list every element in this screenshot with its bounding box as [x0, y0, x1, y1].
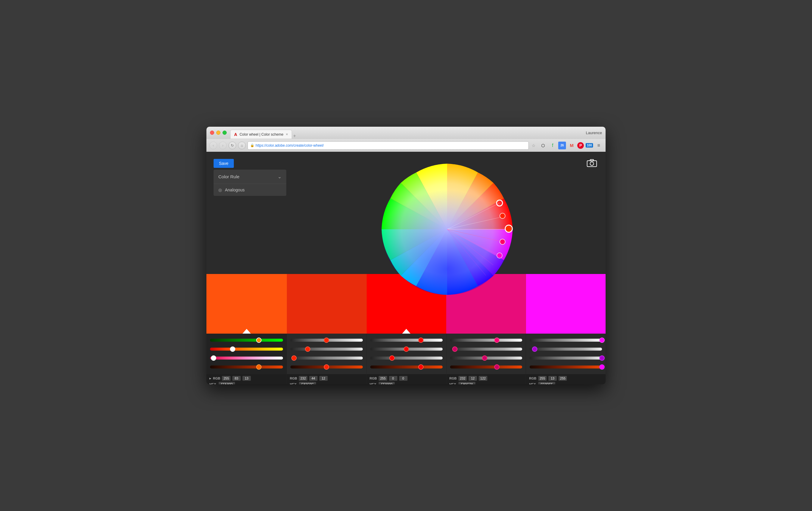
- brightness-slider-1[interactable]: [210, 363, 283, 371]
- color-wheel[interactable]: [379, 161, 516, 298]
- g-value-4[interactable]: 12: [469, 376, 477, 381]
- hex-label-4: HEX: [450, 382, 456, 384]
- r-slider-3[interactable]: [370, 336, 443, 344]
- hex-label-5: HEX: [529, 382, 536, 384]
- color-info: ▶ RGB 255 83 13 HEX FF530D RGB 2: [206, 374, 606, 384]
- b-value-4[interactable]: 122: [479, 376, 487, 381]
- title-bar: A Color wheel | Color scheme ✕ + Laurenc…: [206, 127, 606, 139]
- color-info-3: RGB 255 0 0 HEX FF0000: [367, 374, 446, 384]
- hex-value-3[interactable]: FF0000: [379, 382, 395, 384]
- address-bar[interactable]: 🔒 https://color.adobe.com/create/color-w…: [248, 141, 529, 150]
- chrome-menu-icon[interactable]: ≡: [595, 142, 603, 150]
- home-button[interactable]: ⌂: [238, 142, 246, 150]
- sliders-section: [206, 333, 606, 374]
- close-button[interactable]: [210, 131, 214, 135]
- browser-tab[interactable]: A Color wheel | Color scheme ✕: [230, 130, 292, 139]
- wheel-handle-4: [497, 253, 502, 258]
- b-value-5[interactable]: 255: [558, 376, 567, 381]
- svg-point-1: [590, 162, 594, 165]
- r-value-3[interactable]: 255: [379, 376, 387, 381]
- color-rule-header[interactable]: Color Rule ⌄: [213, 170, 286, 184]
- analogous-option[interactable]: ◎ Analogous: [213, 184, 286, 196]
- r-slider-5[interactable]: [530, 336, 602, 344]
- r-value-5[interactable]: 255: [538, 376, 547, 381]
- b-slider-1[interactable]: [210, 354, 283, 362]
- wheel-handle-3: [500, 239, 505, 244]
- r-value-4[interactable]: 232: [458, 376, 467, 381]
- rgb-label-4: RGB: [450, 377, 457, 380]
- new-tab-button[interactable]: +: [293, 133, 296, 139]
- camera-icon[interactable]: [586, 158, 597, 169]
- r-slider-4[interactable]: [450, 336, 522, 344]
- active-indicator: [242, 329, 251, 333]
- tab-close-icon[interactable]: ✕: [286, 133, 288, 136]
- b-value-3[interactable]: 0: [399, 376, 407, 381]
- rgb-label-2: RGB: [290, 377, 297, 380]
- color-column-5[interactable]: [526, 274, 606, 333]
- brightness-slider-5[interactable]: [530, 363, 602, 371]
- refresh-button[interactable]: ↻: [229, 142, 236, 150]
- maximize-button[interactable]: [223, 131, 227, 135]
- r-value-2[interactable]: 232: [299, 376, 307, 381]
- brightness-slider-3[interactable]: [370, 363, 443, 371]
- pinterest-icon[interactable]: P: [577, 142, 584, 149]
- expand-icon-1[interactable]: ▶: [209, 377, 211, 380]
- wheel-handle-1: [497, 200, 502, 206]
- color-info-2: RGB 232 44 12 HEX E82C0C: [287, 374, 367, 384]
- hex-label-2: HEX: [290, 382, 297, 384]
- brightness-slider-2[interactable]: [290, 363, 363, 371]
- g-slider-2[interactable]: [290, 345, 363, 353]
- gmail-icon[interactable]: M: [568, 142, 576, 150]
- hex-value-5[interactable]: FF0DFF: [538, 382, 555, 384]
- b-slider-2[interactable]: [290, 354, 363, 362]
- b-slider-5[interactable]: [530, 354, 602, 362]
- color-info-1: ▶ RGB 255 83 13 HEX FF530D: [206, 374, 287, 384]
- browser-toolbar: ‹ › ↻ ⌂ 🔒 https://color.adobe.com/create…: [206, 139, 606, 152]
- minimize-button[interactable]: [216, 131, 221, 135]
- brightness-slider-4[interactable]: [450, 363, 522, 371]
- radio-icon: ◎: [218, 188, 222, 192]
- color-column-2[interactable]: [287, 274, 367, 333]
- r-value-1[interactable]: 255: [222, 376, 230, 381]
- g-slider-5[interactable]: [530, 345, 602, 353]
- color-rule-title: Color Rule: [218, 174, 239, 179]
- hex-value-4[interactable]: E80C7A: [458, 382, 475, 384]
- traffic-lights: [210, 131, 227, 135]
- mac-window: A Color wheel | Color scheme ✕ + Laurenc…: [206, 127, 606, 384]
- b-slider-3[interactable]: [370, 354, 443, 362]
- hex-value-2[interactable]: E82C0C: [299, 382, 316, 384]
- r-slider-1[interactable]: [210, 336, 283, 344]
- rgb-label-3: RGB: [370, 377, 377, 380]
- slider-col-4: [446, 333, 526, 374]
- g-slider-1[interactable]: [210, 345, 283, 353]
- color-rule-dropdown: Color Rule ⌄ ◎ Analogous: [213, 170, 286, 196]
- ssl-lock-icon: 🔒: [250, 143, 254, 147]
- save-button[interactable]: Save: [213, 159, 234, 168]
- g-value-3[interactable]: 0: [389, 376, 397, 381]
- b-value-1[interactable]: 13: [242, 376, 251, 381]
- slider-col-2: [287, 333, 367, 374]
- back-button[interactable]: ‹: [209, 142, 217, 150]
- rgb-label-5: RGB: [529, 377, 536, 380]
- g-value-5[interactable]: 13: [548, 376, 557, 381]
- layers-icon[interactable]: ⬡: [539, 142, 547, 150]
- g-slider-4[interactable]: [450, 345, 522, 353]
- b-slider-4[interactable]: [450, 354, 522, 362]
- hex-value-1[interactable]: FF530D: [219, 382, 235, 384]
- svg-rect-2: [590, 160, 594, 161]
- extension-badge[interactable]: 100: [586, 143, 593, 147]
- feedly-icon[interactable]: f: [549, 142, 556, 150]
- g-value-1[interactable]: 83: [232, 376, 241, 381]
- forward-button[interactable]: ›: [219, 142, 227, 150]
- r-slider-2[interactable]: [290, 336, 363, 344]
- bookmark-icon[interactable]: ☆: [532, 143, 535, 148]
- url-text: https://color.adobe.com/create/color-whe…: [256, 143, 324, 147]
- b-value-2[interactable]: 12: [319, 376, 328, 381]
- color-column-1[interactable]: [206, 274, 287, 333]
- hex-label-1: HEX: [209, 382, 216, 384]
- g-value-2[interactable]: 44: [309, 376, 318, 381]
- tab-title: Color wheel | Color scheme: [239, 132, 283, 137]
- g-slider-3[interactable]: [370, 345, 443, 353]
- analogous-label: Analogous: [225, 188, 244, 192]
- calendar-icon[interactable]: 26: [558, 142, 566, 150]
